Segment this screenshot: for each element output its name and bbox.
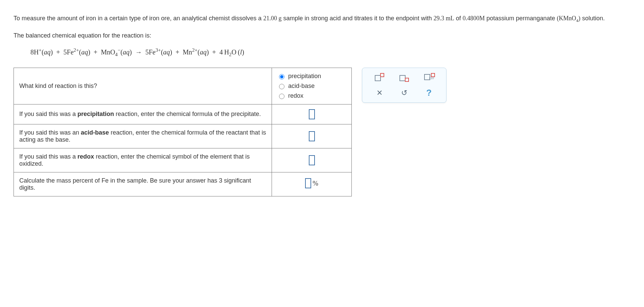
text: Calculate the mass percent of [19, 177, 101, 184]
reagent-formula: (KMnO4) [557, 15, 580, 22]
q5-prompt: Calculate the mass percent of Fe in the … [14, 172, 272, 196]
text: To measure the amount of iron in a certa… [14, 15, 263, 22]
fe-symbol: Fe [101, 177, 109, 184]
text: solution. [580, 15, 605, 22]
text: sample in strong acid and titrates it to… [281, 15, 433, 22]
problem-statement: To measure the amount of iron in a certa… [14, 14, 630, 24]
text-bold: precipitation [77, 111, 114, 117]
radio-label: precipitation [288, 73, 321, 80]
volume-value: 29.3 mL [434, 15, 454, 22]
radio-precipitation-input[interactable] [279, 74, 284, 79]
percent-symbol: % [313, 180, 318, 187]
precipitate-input[interactable] [309, 109, 315, 119]
reaction-type-radio-group: precipitation acid-base redox [277, 73, 346, 99]
undo-icon: ↺ [401, 89, 407, 97]
sci-notation-button[interactable]: x10 [422, 72, 436, 83]
close-icon: ✕ [376, 89, 383, 97]
balanced-eq-label: The balanced chemical equation for the r… [14, 31, 630, 41]
text: If you said this was a [19, 153, 77, 160]
radio-redox-input[interactable] [279, 94, 284, 99]
q1-prompt: What kind of reaction is this? [14, 68, 272, 104]
text: of [454, 15, 463, 22]
q4-prompt: If you said this was a redox reaction, e… [14, 148, 272, 172]
text: If you said this was a [19, 111, 77, 117]
mass-percent-input[interactable] [305, 178, 311, 188]
help-icon: ? [426, 88, 432, 98]
radio-acid-base[interactable]: acid-base [277, 82, 315, 90]
text-bold: acid-base [81, 129, 109, 136]
text: potassium permanganate [485, 15, 557, 22]
text-bold: redox [77, 153, 94, 160]
input-toolbar: x10 ✕ ↺ ? [362, 68, 446, 103]
radio-redox[interactable]: redox [277, 92, 303, 99]
q3-prompt: If you said this was an acid-base reacti… [14, 124, 272, 148]
text: If you said this was an [19, 129, 81, 136]
q2-prompt: If you said this was a precipitation rea… [14, 104, 272, 124]
help-button[interactable]: ? [422, 88, 436, 98]
question-table: What kind of reaction is this? precipita… [14, 68, 352, 196]
clear-button[interactable]: ✕ [373, 88, 386, 98]
radio-label: acid-base [288, 82, 315, 90]
oxidized-element-input[interactable] [309, 155, 315, 165]
chemical-equation: 8H+(aq) + 5Fe2+(aq) + MnO4−(aq) → 5Fe3+(… [30, 47, 630, 57]
superscript-button[interactable] [373, 72, 386, 83]
subscript-button[interactable] [397, 72, 411, 83]
radio-label: redox [288, 92, 303, 99]
radio-precipitation[interactable]: precipitation [277, 73, 321, 80]
reset-button[interactable]: ↺ [397, 88, 411, 98]
text: reaction, enter the chemical formula of … [114, 111, 261, 117]
base-input[interactable] [309, 131, 315, 141]
radio-acid-base-input[interactable] [279, 84, 284, 89]
mass-value: 21.00 g [263, 15, 281, 22]
molarity-value: 0.4800M [463, 15, 485, 22]
